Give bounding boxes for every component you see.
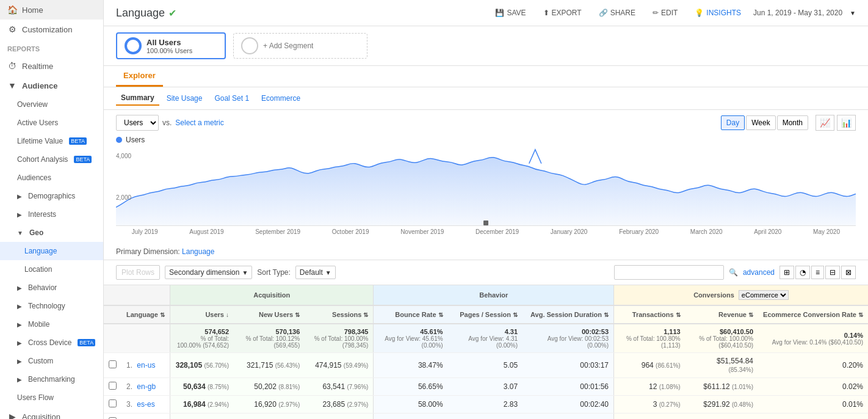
col-header-bounce-rate[interactable]: Bounce Rate ⇅ [374,305,448,324]
pie-view-button[interactable]: ◔ [795,266,810,279]
sidebar-item-technology[interactable]: ▶ Technology [0,297,103,315]
col-header-language[interactable]: Language ⇅ [121,305,170,324]
date-range[interactable]: Jun 1, 2019 - May 31, 2020 [753,9,842,17]
row-transactions-2: 3 (0.27%) [614,396,685,414]
search-icon[interactable]: 🔍 [729,268,738,277]
conversions-type-dropdown[interactable]: eCommerce [739,290,789,300]
plot-rows-button[interactable]: Plot Rows [116,265,160,280]
sidebar-item-users-flow[interactable]: Users Flow [0,388,103,407]
edit-button[interactable]: ✏ EDIT [648,6,682,20]
day-button[interactable]: Day [721,115,745,130]
sort-type-dropdown[interactable]: Default ▼ [295,266,336,279]
chart-svg [116,147,856,225]
advanced-link[interactable]: advanced [743,268,775,277]
sidebar-item-mobile[interactable]: ▶ Mobile [0,315,103,333]
row-checkbox-1[interactable] [104,378,121,396]
sidebar-item-audiences[interactable]: Audiences [0,169,103,187]
table-toolbar: Plot Rows Secondary dimension ▼ Sort Typ… [104,260,868,285]
row-pages-1: 3.07 [448,378,523,396]
row-lang-link-0[interactable]: en-us [137,361,155,370]
sidebar-item-customization[interactable]: ⚙ Customization [0,20,103,39]
sidebar-item-benchmarking[interactable]: ▶ Benchmarking [0,370,103,388]
share-button[interactable]: 🔗 SHARE [594,6,640,20]
sidebar-item-realtime[interactable]: ⏱ Realtime [0,56,103,76]
tab-goal-set-1[interactable]: Goal Set 1 [209,92,254,105]
row-avg-session-2: 00:02:40 [523,396,613,414]
compare-view-button[interactable]: ⊠ [841,266,856,279]
col-header-ecommerce-cr[interactable]: Ecommerce Conversion Rate ⇅ [758,305,868,324]
col-header-pages-session[interactable]: Pages / Session ⇅ [448,305,523,324]
behavior-group-header: Behavior [374,285,614,305]
col-header-transactions[interactable]: Transactions ⇅ [614,305,685,324]
all-users-segment[interactable]: All Users 100.00% Users [116,32,226,59]
add-segment-button[interactable]: + Add Segment [233,33,367,59]
col-header-avg-session[interactable]: Avg. Session Duration ⇅ [523,305,613,324]
sidebar-item-active-users[interactable]: Active Users [0,114,103,132]
row-lang-link-1[interactable]: en-gb [137,382,156,391]
x-label-apr: April 2020 [754,228,781,235]
bar-view-button[interactable]: ≡ [811,266,824,279]
conversions-group-header: Conversions eCommerce [614,285,868,305]
sidebar-item-cross-device[interactable]: ▶ Cross Device BETA [0,333,103,352]
save-icon: 💾 [495,9,504,17]
metric-select-area: Users vs. Select a metric [116,115,224,131]
month-button[interactable]: Month [777,115,808,130]
date-range-dropdown-icon[interactable]: ▼ [850,10,856,16]
sidebar-item-interests[interactable]: ▶ Interests [0,205,103,224]
row-new-users-2: 16,920 (2.97%) [234,396,305,414]
tab-ecommerce[interactable]: Ecommerce [256,92,305,105]
row-checkbox-3[interactable] [104,414,121,420]
sidebar-item-demographics[interactable]: ▶ Demographics [0,187,103,205]
line-chart-button[interactable]: 📈 [816,115,834,131]
primary-dim-value[interactable]: Language [182,247,214,256]
page-title: Language ✔ [116,7,176,20]
row-num-lang-0: 1. en-us [121,353,170,378]
secondary-dim-dropdown[interactable]: Secondary dimension ▼ [165,266,252,279]
sidebar-item-behavior[interactable]: ▶ Behavior [0,279,103,297]
chart-scroll-handle[interactable] [483,220,488,225]
sidebar-item-audience[interactable]: ▼ Audience [0,76,103,95]
totals-row: 574,652 % of Total: 100.00% (574,652) 57… [104,324,868,353]
pivot-view-button[interactable]: ⊟ [825,266,840,279]
tab-summary[interactable]: Summary [116,91,159,106]
sidebar-item-lifetime-value[interactable]: Lifetime Value BETA [0,132,103,150]
tab-explorer[interactable]: Explorer [116,66,163,87]
col-header-revenue[interactable]: Revenue ⇅ [685,305,758,324]
totals-revenue: $60,410.50 % of Total: 100.00% ($60,410.… [685,324,758,353]
col-header-users[interactable]: Users ↓ [170,305,234,324]
save-button[interactable]: 💾 SAVE [490,6,530,20]
row-num-lang-2: 3. es-es [121,396,170,414]
row-sessions-1: 63,541 (7.96%) [305,378,374,396]
primary-dimension-bar: Primary Dimension: Language [104,244,868,260]
beta-badge-cross: BETA [78,339,95,346]
sidebar-item-language[interactable]: Language [0,242,103,260]
x-label-sep: September 2019 [255,228,300,235]
bar-chart-button[interactable]: 📊 [837,115,856,131]
col-header-sessions[interactable]: Sessions ⇅ [305,305,374,324]
col-header-checkbox [104,305,121,324]
sidebar-item-cohort-analysis[interactable]: Cohort Analysis BETA [0,150,103,169]
sidebar-item-home[interactable]: 🏠 Home [0,0,103,20]
export-button[interactable]: ⬆ EXPORT [538,6,587,20]
metric-dropdown[interactable]: Users [116,115,159,131]
data-table-container: Acquisition Behavior Conversions eCommer… [104,285,868,419]
x-label-mar: March 2020 [690,228,723,235]
row-checkbox-0[interactable] [104,353,121,378]
insights-button[interactable]: 💡 INSIGHTS [690,6,746,20]
col-header-new-users[interactable]: New Users ⇅ [234,305,305,324]
bounce-sort-icon: ⇅ [438,312,443,318]
week-button[interactable]: Week [746,115,775,130]
select-metric-link[interactable]: Select a metric [175,118,223,127]
sidebar-item-geo[interactable]: ▼ Geo [0,224,103,242]
row-checkbox-2[interactable] [104,396,121,414]
search-input[interactable] [614,265,724,280]
tab-site-usage[interactable]: Site Usage [162,92,208,105]
sidebar-item-overview[interactable]: Overview [0,95,103,114]
row-lang-link-2[interactable]: es-es [137,400,154,409]
sidebar-item-custom[interactable]: ▶ Custom [0,352,103,370]
sidebar-item-acquisition[interactable]: ▶ Acquisition [0,407,103,419]
sidebar-item-location[interactable]: Location [0,260,103,279]
totals-avg-session: 00:02:53 Avg for View: 00:02:53 (0.00%) [523,324,613,353]
row-num-lang-1: 2. en-gb [121,378,170,396]
grid-view-button[interactable]: ⊞ [779,266,794,279]
